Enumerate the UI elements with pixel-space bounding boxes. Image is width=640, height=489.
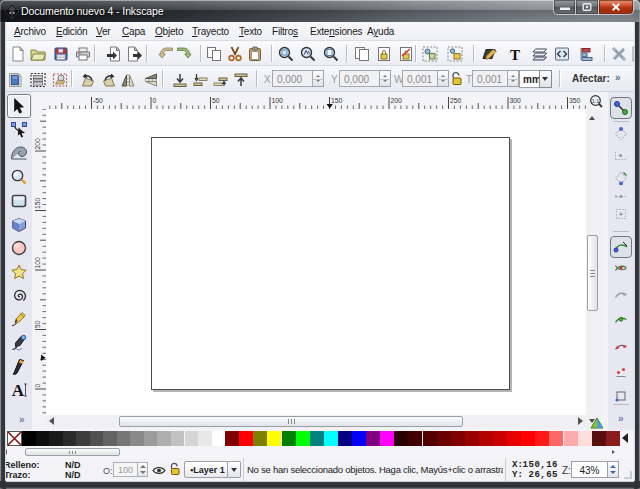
svg-text:350: 350 xyxy=(569,97,581,104)
svg-text:T: T xyxy=(509,46,519,61)
svg-text:100: 100 xyxy=(272,97,284,104)
svg-text:50: 50 xyxy=(34,320,41,328)
svg-text:200: 200 xyxy=(391,97,403,104)
svg-text:50: 50 xyxy=(212,97,220,104)
svg-text:250: 250 xyxy=(450,97,462,104)
svg-text:100: 100 xyxy=(34,257,41,269)
svg-text:300: 300 xyxy=(510,97,522,104)
svg-text:0: 0 xyxy=(153,97,157,104)
svg-text:A: A xyxy=(12,382,25,398)
svg-text:-50: -50 xyxy=(93,97,103,104)
svg-text:1:1: 1:1 xyxy=(592,98,600,104)
svg-text:200: 200 xyxy=(34,138,41,150)
svg-text:0: 0 xyxy=(34,384,41,388)
svg-text:150: 150 xyxy=(34,197,41,209)
svg-text:150: 150 xyxy=(331,97,343,104)
